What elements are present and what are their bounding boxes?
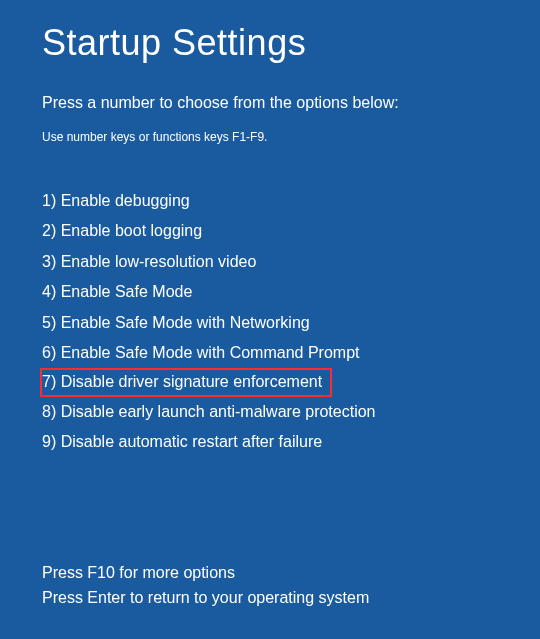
option-8[interactable]: 8) Disable early launch anti-malware pro… xyxy=(42,397,376,427)
option-1[interactable]: 1) Enable debugging xyxy=(42,186,190,216)
more-options-hint: Press F10 for more options xyxy=(42,560,500,586)
option-3[interactable]: 3) Enable low-resolution video xyxy=(42,247,256,277)
footer: Press F10 for more options Press Enter t… xyxy=(42,560,500,611)
option-9[interactable]: 9) Disable automatic restart after failu… xyxy=(42,427,322,457)
return-hint: Press Enter to return to your operating … xyxy=(42,585,500,611)
startup-settings-screen: Startup Settings Press a number to choos… xyxy=(0,0,540,631)
option-5[interactable]: 5) Enable Safe Mode with Networking xyxy=(42,308,310,338)
option-4[interactable]: 4) Enable Safe Mode xyxy=(42,277,192,307)
page-title: Startup Settings xyxy=(42,22,500,64)
options-list: 1) Enable debugging 2) Enable boot loggi… xyxy=(42,186,500,458)
instruction-text: Press a number to choose from the option… xyxy=(42,94,500,112)
option-2[interactable]: 2) Enable boot logging xyxy=(42,216,202,246)
option-6[interactable]: 6) Enable Safe Mode with Command Prompt xyxy=(42,338,359,368)
hint-text: Use number keys or functions keys F1-F9. xyxy=(42,130,500,144)
option-7[interactable]: 7) Disable driver signature enforcement xyxy=(40,368,332,396)
